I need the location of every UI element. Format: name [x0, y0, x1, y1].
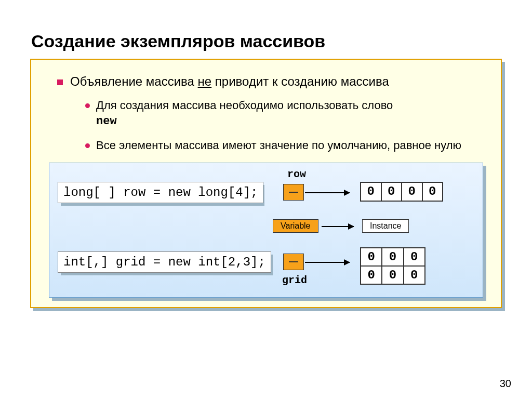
- legend-variable: Variable: [273, 219, 318, 233]
- arrow-icon: [305, 262, 350, 263]
- sub2-text: Все элементы массива имеют значение по у…: [96, 138, 461, 153]
- sub-bullet-2: Все элементы массива имеют значение по у…: [85, 138, 485, 153]
- cell: 0: [361, 182, 381, 201]
- grid-array: 0 0 0 0 0 0: [360, 247, 425, 285]
- cell: 0: [361, 248, 382, 266]
- arrow-icon: [305, 192, 350, 193]
- content-box: Объявление массива не приводит к создани…: [30, 59, 502, 308]
- page-number: 30: [500, 378, 511, 390]
- cell: 0: [382, 248, 403, 266]
- bullet-main: Объявление массива не приводит к создани…: [57, 74, 485, 89]
- sub1-code: new: [96, 115, 117, 128]
- cell: 0: [361, 266, 382, 284]
- grid-label: grid: [282, 274, 307, 286]
- square-bullet-icon: [57, 79, 63, 85]
- cell: 0: [381, 182, 402, 201]
- sub-bullet-1: Для создания массива необходимо использо…: [85, 98, 485, 129]
- variable-box-grid: [283, 254, 304, 270]
- cell: 0: [422, 182, 443, 201]
- bullet-post: приводит к созданию массива: [211, 74, 389, 88]
- variable-box-row: [283, 184, 304, 201]
- cell: 0: [402, 182, 422, 201]
- cell: 0: [382, 266, 403, 284]
- bullet-pre: Объявление массива: [70, 74, 198, 88]
- diagram-panel: row long[ ] row = new long[4]; 0 0 0 0: [49, 163, 483, 298]
- legend-instance: Instance: [362, 219, 409, 233]
- cell: 0: [404, 266, 425, 284]
- sub1-text: Для создания массива необходимо использо…: [96, 99, 393, 112]
- row-label: row: [287, 168, 306, 180]
- slide-title: Создание экземпляров массивов: [31, 31, 502, 51]
- arrow-icon: [322, 226, 354, 227]
- cell: 0: [404, 248, 425, 266]
- code-snippet-row: long[ ] row = new long[4];: [58, 182, 263, 203]
- code-snippet-grid: int[,] grid = new int[2,3];: [58, 251, 271, 273]
- bullet-underlined: не: [198, 74, 212, 88]
- row-array: 0 0 0 0: [360, 182, 443, 202]
- dot-bullet-icon: [85, 103, 90, 108]
- dot-bullet-icon: [85, 143, 90, 148]
